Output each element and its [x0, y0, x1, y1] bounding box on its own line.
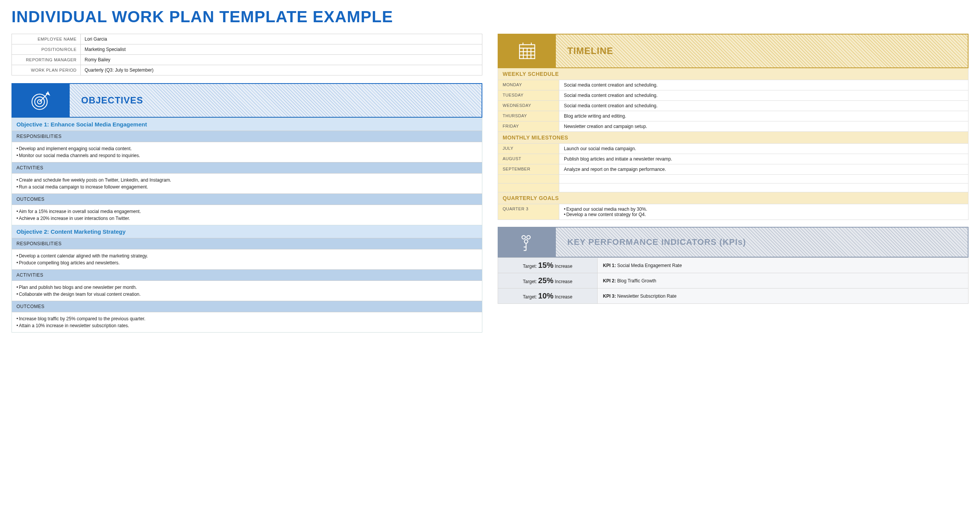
timeline-key: WEDNESDAY [498, 101, 559, 111]
timeline-value: Launch our social media campaign. [559, 144, 968, 154]
timeline-row: QUARTER 3Expand our social media reach b… [498, 204, 969, 220]
timeline-row: WEDNESDAYSocial media content creation a… [498, 101, 969, 111]
objectives-header: OBJECTIVES [11, 83, 482, 118]
info-row: WORK PLAN PERIODQuarterly (Q3: July to S… [12, 65, 482, 75]
objective-content: Create and schedule five weekly posts on… [12, 173, 482, 193]
key-icon [516, 231, 538, 253]
timeline-key: AUGUST [498, 154, 559, 164]
page-title: INDIVIDUAL WORK PLAN TEMPLATE EXAMPLE [11, 8, 969, 26]
timeline-key: THURSDAY [498, 111, 559, 121]
timeline-value: Expand our social media reach by 30%.Dev… [559, 204, 968, 220]
timeline-key: SEPTEMBER [498, 164, 559, 174]
info-value: Romy Bailey [81, 55, 482, 65]
timeline-row [498, 184, 969, 192]
kpi-table: Target: 15% Increase KPI 1: Social Media… [498, 257, 969, 304]
timeline-body: WEEKLY SCHEDULEMONDAYSocial media conten… [498, 68, 969, 220]
employee-info-table: EMPLOYEE NAMELori GarciaPOSITION/ROLEMar… [11, 34, 482, 75]
objective-content: Aim for a 15% increase in overall social… [12, 205, 482, 225]
objective-sub-label: RESPONSIBILITIES [12, 131, 482, 142]
kpi-target: Target: 10% Increase [498, 289, 598, 304]
kpi-target: Target: 25% Increase [498, 273, 598, 289]
timeline-row: THURSDAYBlog article writing and editing… [498, 111, 969, 121]
info-label: POSITION/ROLE [12, 44, 81, 55]
timeline-value: Social media content creation and schedu… [559, 80, 968, 90]
timeline-value: Analyze and report on the campaign perfo… [559, 164, 968, 174]
objective-sub-label: ACTIVITIES [12, 162, 482, 173]
timeline-key: JULY [498, 144, 559, 154]
timeline-subheader: WEEKLY SCHEDULE [498, 68, 969, 80]
timeline-value: Blog article writing and editing. [559, 111, 968, 121]
info-label: REPORTING MANAGER [12, 55, 81, 65]
timeline-key: QUARTER 3 [498, 204, 559, 220]
timeline-row: AUGUSTPublish blog articles and initiate… [498, 154, 969, 164]
objective-content: Develop and implement engaging social me… [12, 142, 482, 162]
calendar-icon [516, 40, 538, 62]
svg-line-3 [39, 95, 46, 102]
timeline-row: JULYLaunch our social media campaign. [498, 144, 969, 154]
bullet-item: Run a social media campaign to increase … [16, 184, 477, 190]
bullet-item: Produce compelling blog articles and new… [16, 259, 477, 266]
kpi-row: Target: 10% Increase KPI 3: Newsletter S… [498, 289, 969, 304]
objective-content: Develop a content calendar aligned with … [12, 249, 482, 269]
bullet-item: Achieve a 20% increase in user interacti… [16, 215, 477, 222]
info-row: EMPLOYEE NAMELori Garcia [12, 34, 482, 44]
kpi-name: KPI 2: Blog Traffic Growth [598, 273, 969, 289]
info-value: Marketing Specialist [81, 44, 482, 55]
bullet-item: Collaborate with the design team for vis… [16, 291, 477, 298]
info-value: Lori Garcia [81, 34, 482, 44]
objective-title: Objective 2: Content Marketing Strategy [12, 225, 482, 238]
timeline-value: Publish blog articles and initiate a new… [559, 154, 968, 164]
svg-point-15 [524, 240, 528, 243]
timeline-title: TIMELINE [556, 34, 968, 67]
bullet-item: Develop and implement engaging social me… [16, 145, 477, 152]
kpi-name: KPI 3: Newsletter Subscription Rate [598, 289, 969, 304]
bullet-item: Develop a content calendar aligned with … [16, 252, 477, 259]
target-icon [30, 89, 52, 111]
timeline-value [559, 184, 968, 192]
bullet-item: Create and schedule five weekly posts on… [16, 177, 477, 184]
objective-content: Increase blog traffic by 25% compared to… [12, 312, 482, 332]
objective-sub-label: RESPONSIBILITIES [12, 238, 482, 249]
svg-point-14 [527, 236, 530, 239]
objective-sub-label: OUTCOMES [12, 301, 482, 312]
objective-title: Objective 1: Enhance Social Media Engage… [12, 118, 482, 131]
objective-sub-label: OUTCOMES [12, 193, 482, 205]
timeline-row: SEPTEMBERAnalyze and report on the campa… [498, 164, 969, 175]
svg-point-13 [522, 236, 525, 239]
timeline-row [498, 175, 969, 184]
timeline-subheader: MONTHLY MILESTONES [498, 132, 969, 144]
bullet-item: Monitor our social media channels and re… [16, 152, 477, 159]
bullet-item: Develop a new content strategy for Q4. [564, 212, 964, 217]
bullet-item: Aim for a 15% increase in overall social… [16, 208, 477, 215]
objectives-title: OBJECTIVES [70, 84, 482, 117]
info-label: EMPLOYEE NAME [12, 34, 81, 44]
kpi-name: KPI 1: Social Media Engagement Rate [598, 258, 969, 273]
info-value: Quarterly (Q3: July to September) [81, 65, 482, 75]
timeline-key: TUESDAY [498, 90, 559, 100]
objective-content: Plan and publish two blogs and one newsl… [12, 280, 482, 301]
timeline-value: Social media content creation and schedu… [559, 90, 968, 100]
timeline-row: TUESDAYSocial media content creation and… [498, 90, 969, 101]
timeline-key: MONDAY [498, 80, 559, 90]
kpi-target: Target: 15% Increase [498, 258, 598, 273]
bullet-item: Attain a 10% increase in newsletter subs… [16, 322, 477, 329]
timeline-key [498, 184, 559, 192]
timeline-key: FRIDAY [498, 121, 559, 131]
kpi-row: Target: 15% Increase KPI 1: Social Media… [498, 258, 969, 273]
bullet-item: Expand our social media reach by 30%. [564, 207, 964, 212]
bullet-item: Plan and publish two blogs and one newsl… [16, 284, 477, 291]
info-row: POSITION/ROLEMarketing Specialist [12, 44, 482, 55]
kpi-header: KEY PERFORMANCE INDICATORS (KPIs) [498, 227, 969, 257]
info-label: WORK PLAN PERIOD [12, 65, 81, 75]
kpi-title: KEY PERFORMANCE INDICATORS (KPIs) [556, 228, 968, 257]
timeline-subheader: QUARTERLY GOALS [498, 192, 969, 204]
objectives-body: Objective 1: Enhance Social Media Engage… [11, 118, 482, 333]
timeline-key [498, 175, 559, 183]
timeline-row: MONDAYSocial media content creation and … [498, 80, 969, 90]
info-row: REPORTING MANAGERRomy Bailey [12, 55, 482, 65]
timeline-header: TIMELINE [498, 34, 969, 68]
timeline-value [559, 175, 968, 183]
timeline-value: Social media content creation and schedu… [559, 101, 968, 111]
timeline-value: Newsletter creation and campaign setup. [559, 121, 968, 131]
timeline-row: FRIDAYNewsletter creation and campaign s… [498, 121, 969, 132]
